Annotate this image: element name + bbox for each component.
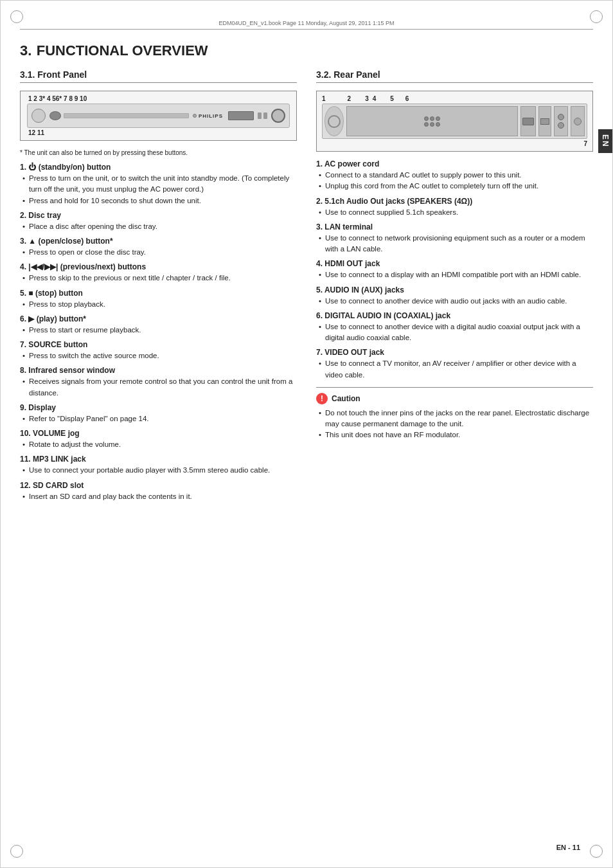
rear-panel-item-6: 6. DIGITAL AUDIO IN (COAXIAL) jackUse to… xyxy=(316,311,593,344)
rp-num-3: 3 xyxy=(365,95,369,102)
front-panel-item-1: 1. ⏻ (standby/on) buttonPress to turn on… xyxy=(20,163,297,206)
corner-mark-bl xyxy=(10,845,23,858)
item-sub-5: Press to stop playback. xyxy=(20,299,297,310)
rear-item-sub-2: Use to connect supplied 5.1ch speakers. xyxy=(316,207,593,218)
fp-numbers-bottom: 12 11 xyxy=(27,129,290,136)
rp-num-5: 5 xyxy=(390,95,394,102)
corner-mark-tr xyxy=(590,10,603,23)
item-sub-7: Press to switch the active source mode. xyxy=(20,350,297,361)
front-panel-item-10: 10. VOLUME jogRotate to adjust the volum… xyxy=(20,429,297,450)
item-title-12: 12. SD CARD slot xyxy=(20,481,297,490)
caution-icon: ! xyxy=(316,393,328,404)
caution-item-0: Do not touch the inner pins of the jacks… xyxy=(316,408,593,430)
item-sub-8: Receives signals from your remote contro… xyxy=(20,376,297,399)
rp-num-4: 4 xyxy=(373,95,377,102)
rp-num-6: 6 xyxy=(405,95,409,102)
section-number: 3. xyxy=(20,42,31,59)
rear-item-sub-7: Use to connect a TV monitor, an AV recei… xyxy=(316,358,593,381)
front-panel-item-5: 5. ■ (stop) buttonPress to stop playback… xyxy=(20,289,297,310)
item-sub-6: Press to start or resume playback. xyxy=(20,325,297,336)
item-sub-12: Insert an SD card and play back the cont… xyxy=(20,491,297,502)
page-footer: EN - 11 xyxy=(556,844,580,851)
rp-power-input xyxy=(324,106,344,136)
rear-panel-item-7: 7. VIDEO OUT jackUse to connect a TV mon… xyxy=(316,348,593,381)
language-tab: EN xyxy=(598,129,612,153)
rp-audio-in xyxy=(554,106,568,136)
corner-mark-tl xyxy=(10,10,23,23)
caution-item-1: This unit does not have an RF modulator. xyxy=(316,429,593,440)
item-sub-2: Place a disc after opening the disc tray… xyxy=(20,221,297,232)
rear-item-title-3: 3. LAN terminal xyxy=(316,222,593,231)
item-title-11: 11. MP3 LINK jack xyxy=(20,455,297,464)
item-title-4: 4. |◀◀/▶▶| (previous/next) buttons xyxy=(20,262,297,271)
front-panel-item-3: 3. ▲ (open/close) button*Press to open o… xyxy=(20,237,297,258)
item-title-6: 6. ▶ (play) button* xyxy=(20,314,297,323)
rear-panel-diagram: 1 2 3 4 5 6 xyxy=(316,91,593,152)
item-title-1: 1. ⏻ (standby/on) button xyxy=(20,163,297,172)
rp-digital-audio-in xyxy=(571,106,585,136)
rear-panel-item-3: 3. LAN terminalUse to connect to network… xyxy=(316,222,593,255)
item-title-3: 3. ▲ (open/close) button* xyxy=(20,237,297,246)
caution-block: ! Caution Do not touch the inner pins of… xyxy=(316,387,593,441)
fp-btn2 xyxy=(263,113,267,119)
rear-item-sub-6: Use to connect to another device with a … xyxy=(316,321,593,344)
front-panel-item-4: 4. |◀◀/▶▶| (previous/next) buttonsPress … xyxy=(20,262,297,284)
file-reference: EDM04UD_EN_v1.book Page 11 Monday, Augus… xyxy=(20,20,593,30)
rp-num-1: 1 xyxy=(322,95,326,102)
rear-item-sub-4: Use to connect to a display with an HDMI… xyxy=(316,269,593,280)
asterisk-note: * The unit can also be turned on by pres… xyxy=(20,149,297,158)
main-layout: 3.1. Front Panel 1 2 3* 4 56* 7 8 9 10 P… xyxy=(20,69,593,507)
right-items-list: 1. AC power cordConnect to a standard AC… xyxy=(316,159,593,381)
item-sub-1: Press and hold for 10 seconds to shut do… xyxy=(20,195,297,206)
rear-item-title-1: 1. AC power cord xyxy=(316,159,593,168)
item-title-2: 2. Disc tray xyxy=(20,211,297,220)
rp-num-2: 2 xyxy=(348,95,351,102)
section-title: FUNCTIONAL OVERVIEW xyxy=(37,42,208,59)
rear-item-sub-1: Connect to a standard AC outlet to suppl… xyxy=(316,170,593,181)
front-panel-item-11: 11. MP3 LINK jackUse to connect your por… xyxy=(20,455,297,476)
front-panel-item-7: 7. SOURCE buttonPress to switch the acti… xyxy=(20,340,297,361)
rp-speaker-jacks xyxy=(346,106,518,136)
rear-item-sub-3: Use to connect to network provisioning e… xyxy=(316,233,593,255)
fp-small-button xyxy=(193,114,197,118)
rear-item-sub-5: Use to connect to another device with au… xyxy=(316,296,593,307)
caution-divider xyxy=(316,387,593,388)
rp-lan-terminal xyxy=(520,106,536,136)
item-sub-10: Rotate to adjust the volume. xyxy=(20,439,297,450)
front-panel-item-6: 6. ▶ (play) button*Press to start or res… xyxy=(20,314,297,336)
front-panel-item-8: 8. Infrared sensor windowReceives signal… xyxy=(20,366,297,399)
caution-label: Caution xyxy=(332,394,360,403)
rp-numbers-top: 1 2 3 4 5 6 xyxy=(322,95,587,102)
front-panel-item-9: 9. DisplayRefer to "Display Panel" on pa… xyxy=(20,403,297,424)
fp-btn1 xyxy=(258,113,262,119)
left-items-list: 1. ⏻ (standby/on) buttonPress to turn on… xyxy=(20,163,297,502)
rp-device-image xyxy=(322,104,587,139)
item-sub-11: Use to connect your portable audio playe… xyxy=(20,465,297,476)
rear-item-sub-1: Unplug this cord from the AC outlet to c… xyxy=(316,181,593,192)
rear-panel-item-5: 5. AUDIO IN (AUX) jacksUse to connect to… xyxy=(316,285,593,307)
rear-item-title-2: 2. 5.1ch Audio Out jacks (SPEAKERS (4Ω)) xyxy=(316,197,593,206)
rp-number-7: 7 xyxy=(322,140,587,147)
fp-device: PHILIPS xyxy=(27,104,290,128)
fp-control-buttons xyxy=(258,113,267,119)
corner-mark-br xyxy=(590,845,603,858)
item-sub-3: Press to open or close the disc tray. xyxy=(20,247,297,258)
fp-display xyxy=(228,111,254,120)
fp-logo: PHILIPS xyxy=(199,113,223,119)
fp-disc-slot xyxy=(49,111,61,120)
caution-items-list: Do not touch the inner pins of the jacks… xyxy=(316,408,593,441)
subsection-title-rear-panel: 3.2. Rear Panel xyxy=(316,69,593,83)
rear-item-title-6: 6. DIGITAL AUDIO IN (COAXIAL) jack xyxy=(316,311,593,320)
item-title-9: 9. Display xyxy=(20,403,297,412)
subsection-title-front-panel: 3.1. Front Panel xyxy=(20,69,297,83)
front-panel-item-12: 12. SD CARD slotInsert an SD card and pl… xyxy=(20,481,297,502)
item-title-10: 10. VOLUME jog xyxy=(20,429,297,438)
item-sub-9: Refer to "Display Panel" on page 14. xyxy=(20,413,297,424)
item-sub-4: Press to skip to the previous or next ti… xyxy=(20,273,297,284)
right-column: 3.2. Rear Panel 1 2 3 4 5 6 xyxy=(316,69,593,507)
fp-numbers-top: 1 2 3* 4 56* 7 8 9 10 xyxy=(27,95,290,102)
front-panel-diagram: 1 2 3* 4 56* 7 8 9 10 PHILIPS xyxy=(20,91,297,141)
fp-disc-tray xyxy=(64,113,189,118)
rear-item-title-5: 5. AUDIO IN (AUX) jacks xyxy=(316,285,593,294)
fp-volume-jog xyxy=(271,109,285,123)
